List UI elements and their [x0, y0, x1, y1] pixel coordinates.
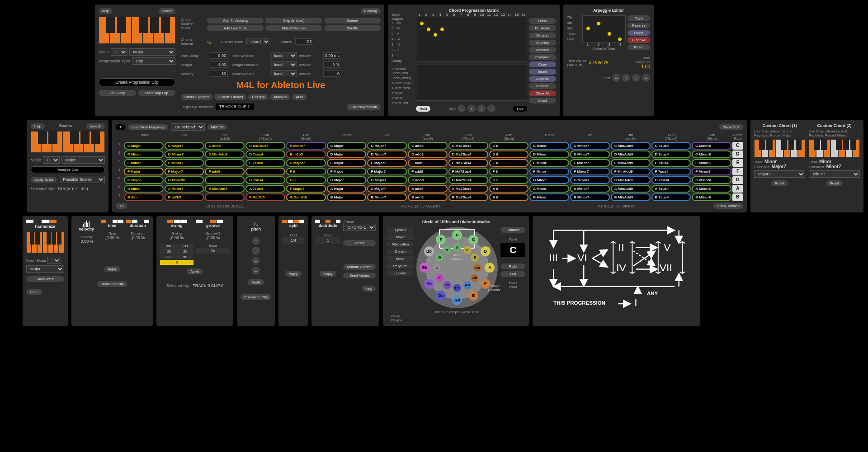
- force-root-button[interactable]: C: [732, 142, 743, 150]
- device-select[interactable]: Launchpad: [171, 123, 205, 131]
- chord-cell[interactable]: D Ma7Sus4: [448, 151, 488, 158]
- shuffle-button[interactable]: Shuffle: [324, 25, 381, 31]
- matrix-dot[interactable]: [433, 32, 438, 37]
- chord-cell[interactable]: F Ma7Sus4: [448, 168, 488, 175]
- chord-cell[interactable]: A 6: [489, 185, 529, 193]
- shift-left-icon[interactable]: ←: [458, 104, 466, 113]
- distribute-apply-button[interactable]: Apply: [320, 271, 336, 277]
- chord-cell[interactable]: A Minor: [529, 185, 569, 193]
- chord-cell[interactable]: A MinAdd9: [205, 185, 245, 193]
- chord-cell[interactable]: G Minor: [529, 176, 569, 184]
- chord-cell[interactable]: E Minor: [124, 159, 164, 167]
- chord-cell[interactable]: C MinAdd9: [611, 142, 651, 150]
- chord-cell[interactable]: G Dom7th: [286, 193, 326, 201]
- cof-inner-note[interactable]: Db: [471, 274, 479, 282]
- chords-interval-knob[interactable]: ◟1: [207, 38, 211, 45]
- cof-right-button[interactable]: Right: [500, 264, 525, 269]
- pitch-left-icon[interactable]: ←: [252, 257, 260, 265]
- chord-cell[interactable]: G MinAdd9: [611, 176, 651, 184]
- scale-type-select[interactable]: Major: [129, 48, 175, 56]
- amount3-input[interactable]: [323, 71, 341, 77]
- length-input[interactable]: [210, 61, 228, 68]
- chord-cell[interactable]: D MinAdd9: [611, 151, 651, 158]
- chord-cell[interactable]: F Major: [327, 168, 367, 175]
- skip-triad-button[interactable]: Skip (in triad): [265, 18, 322, 24]
- pitch-down-icon[interactable]: ↓: [252, 247, 260, 255]
- swing-grid-cell[interactable]: 0: [160, 260, 193, 265]
- chord-cell[interactable]: F 6: [489, 168, 529, 175]
- time-knob[interactable]: ◟0.00 %: [101, 235, 124, 240]
- chord-cell[interactable]: C Ma7Sus4: [245, 142, 285, 150]
- chord-cell[interactable]: G 7sus4: [651, 176, 691, 184]
- chord-cell[interactable]: E add9: [408, 159, 448, 167]
- help-button[interactable]: help: [99, 8, 113, 14]
- scales-root-select[interactable]: C: [43, 156, 60, 164]
- hold-button[interactable]: Hold: [416, 106, 430, 112]
- chord-cell[interactable]: F add9: [205, 168, 245, 175]
- live-button[interactable]: Live: [513, 106, 527, 112]
- chord-cell[interactable]: B dim: [124, 193, 164, 201]
- chord-cell[interactable]: A Major7: [367, 185, 407, 193]
- start-delay-input[interactable]: [210, 52, 228, 59]
- mode-locrian-button[interactable]: Locrian: [387, 270, 414, 276]
- swing-grid-cell[interactable]: -25: [160, 249, 177, 254]
- chord-cell[interactable]: D MinAdd9: [205, 151, 245, 158]
- chord-cell[interactable]: G Major: [124, 176, 164, 184]
- swing-grid-cell[interactable]: 50: [177, 254, 194, 259]
- cof-outer-note[interactable]: E: [481, 279, 491, 289]
- chord-cell[interactable]: C add9: [408, 142, 448, 150]
- time-values[interactable]: 0 25 50 75: [589, 61, 609, 65]
- scales-help-button[interactable]: help: [31, 123, 45, 129]
- chords-mode-select[interactable]: chord: [246, 38, 270, 45]
- prog-type-select[interactable]: Pop: [132, 57, 175, 65]
- midi-off-button[interactable]: Midi Off: [208, 124, 227, 130]
- cof-outer-note[interactable]: G: [468, 235, 478, 245]
- duplicate-button[interactable]: Duplicate: [529, 25, 556, 31]
- restore-button[interactable]: Restore: [529, 83, 556, 89]
- chord-cell[interactable]: E Minor7: [165, 159, 204, 167]
- chord-cell[interactable]: D Minor: [529, 151, 569, 158]
- velocity-input[interactable]: [210, 71, 228, 77]
- cof-inner-note[interactable]: Bb: [443, 281, 451, 289]
- chord-cell[interactable]: F Maj7b5: [245, 193, 285, 201]
- chord-cell[interactable]: F MinAdd9: [611, 168, 651, 175]
- clear-all-button[interactable]: Clear All: [529, 90, 556, 96]
- time-compress-value[interactable]: 1.00: [642, 64, 650, 69]
- arp-reset-button[interactable]: Reset: [627, 44, 650, 50]
- chord-cell[interactable]: A 7sus4: [651, 185, 691, 193]
- arp-copy-button[interactable]: Copy: [627, 15, 650, 21]
- chord-cell[interactable]: D 7sus4: [651, 151, 691, 158]
- autoarp-button[interactable]: AutoArp: [270, 94, 290, 100]
- chord-cell[interactable]: C 6: [489, 142, 529, 150]
- chord-cell[interactable]: C Major7: [286, 159, 326, 167]
- pitch-apply-button[interactable]: Apply: [248, 279, 264, 285]
- chord-cell[interactable]: F Minor: [529, 168, 569, 175]
- mode-dorian-button[interactable]: Dorian: [387, 249, 414, 254]
- relative-button[interactable]: Relative: [500, 227, 525, 233]
- harmonize-scale-select[interactable]: Major: [26, 265, 64, 273]
- chord-cell[interactable]: D Minor7: [165, 151, 204, 158]
- cof-outer-note[interactable]: Eb: [420, 263, 429, 273]
- force-root-button[interactable]: A: [732, 185, 743, 193]
- shorten-button[interactable]: Shorten: [529, 40, 556, 46]
- mode-minor-button[interactable]: Minor: [387, 256, 414, 262]
- commit-to-clip-button[interactable]: Commit to Clip: [241, 294, 271, 300]
- chord-explorer-button[interactable]: Chord Explorer: [181, 94, 212, 100]
- chord-cell[interactable]: B Major7: [367, 193, 407, 201]
- append-button[interactable]: Append: [529, 76, 556, 82]
- chord-cell[interactable]: F 6: [286, 168, 326, 175]
- shift-right-icon[interactable]: →: [487, 104, 495, 113]
- create-progression-clip-button[interactable]: Create Progression Clip: [99, 78, 175, 86]
- arp-shift-down-icon[interactable]: ↓: [632, 74, 640, 82]
- chord-cell[interactable]: A MinAdd9: [611, 185, 651, 193]
- scales-type-select[interactable]: Major: [61, 156, 105, 164]
- edit-progression-button[interactable]: Edit Progression: [347, 104, 381, 110]
- chord-cell[interactable]: D Major: [327, 151, 367, 158]
- chord-cell[interactable]: C Minor: [529, 142, 569, 150]
- split-apply-button[interactable]: Apply: [285, 271, 302, 277]
- cof-outer-note[interactable]: Ab: [424, 279, 434, 289]
- chord-cell[interactable]: A 7sus4: [245, 185, 285, 193]
- chord-cell[interactable]: A Ma7Sus4: [448, 185, 488, 193]
- possible-scales-select[interactable]: Possible Scales: [59, 176, 105, 183]
- chord-cell[interactable]: A Major: [327, 185, 367, 193]
